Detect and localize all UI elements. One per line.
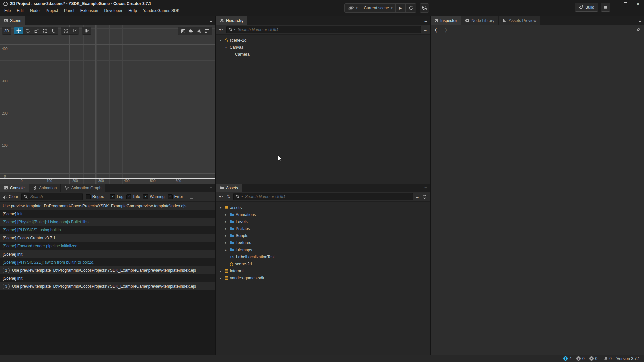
- inspector-back-icon[interactable]: ❬: [434, 27, 438, 32]
- inspector-forward-icon[interactable]: ❭: [444, 27, 448, 32]
- tab-node-library[interactable]: Node Library: [461, 16, 499, 25]
- hierarchy-node-scene-2d[interactable]: ▾scene-2d: [216, 37, 430, 44]
- menu-item-help[interactable]: Help: [125, 8, 140, 14]
- info-checkbox[interactable]: ✓: [126, 194, 131, 199]
- tab-scene[interactable]: Scene: [0, 16, 26, 25]
- tab-inspector[interactable]: Inspector: [431, 16, 461, 25]
- menu-item-node[interactable]: Node: [27, 8, 43, 14]
- minimize-button[interactable]: [610, 1, 615, 7]
- snap-tool[interactable]: [49, 27, 58, 34]
- preview-qr-button[interactable]: [420, 3, 429, 13]
- hierarchy-search-input[interactable]: [237, 27, 419, 32]
- chevron-right-icon[interactable]: ▸: [224, 220, 228, 223]
- console-log-row[interactable]: [Scene] [Physics][Bullet]: Using asmjs B…: [0, 218, 215, 226]
- regex-checkbox[interactable]: [86, 194, 91, 199]
- inspector-panel-menu-icon[interactable]: ≡: [639, 16, 641, 25]
- warning-checkbox[interactable]: ✓: [143, 194, 148, 199]
- filter-log[interactable]: ✓Log: [110, 194, 123, 199]
- asset-item-labellocalizationtest[interactable]: TSLabelLocalizationTest: [216, 253, 430, 260]
- pivot-tool[interactable]: [70, 27, 79, 34]
- menu-item-extension[interactable]: Extension: [77, 8, 101, 14]
- console-log-row[interactable]: [Scene] Cocos Creator v3.7.1: [0, 234, 215, 242]
- open-project-folder-button[interactable]: [601, 3, 610, 12]
- menu-item-yandex-games-sdk[interactable]: Yandex.Games SDK: [140, 8, 183, 14]
- console-log-row[interactable]: [Scene] [PHYSICS]: using builtin.: [0, 226, 215, 234]
- chevron-right-icon[interactable]: ▸: [224, 227, 228, 230]
- console-search-input[interactable]: [30, 194, 80, 199]
- log-path-link[interactable]: D:\Programms\CocosProjects\YSDK_ExampleG…: [53, 284, 196, 289]
- menu-item-panel[interactable]: Panel: [61, 8, 77, 14]
- filter-warning[interactable]: ✓Warning: [143, 194, 164, 199]
- tab-assets[interactable]: Assets: [216, 184, 243, 192]
- filter-error[interactable]: ✓Error: [168, 194, 183, 199]
- menu-item-project[interactable]: Project: [43, 8, 61, 14]
- refresh-assets-icon[interactable]: [422, 194, 427, 200]
- tab-assets-preview[interactable]: Assets Preview: [499, 16, 541, 25]
- chevron-right-icon[interactable]: ▸: [224, 248, 228, 252]
- console-log-row[interactable]: Use preview template D:\Programms\CocosP…: [0, 202, 215, 210]
- asset-item-prefabs[interactable]: ▸Prefabs: [216, 225, 430, 232]
- log-path-link[interactable]: D:\Programms\CocosProjects\YSDK_ExampleG…: [53, 268, 196, 273]
- refresh-preview-button[interactable]: [406, 4, 416, 12]
- menu-item-developer[interactable]: Developer: [101, 8, 125, 14]
- chevron-down-icon[interactable]: ▾: [224, 46, 228, 49]
- gizmo-options[interactable]: [82, 27, 91, 34]
- log-path-link[interactable]: D:\Programms\CocosProjects\YSDK_ExampleG…: [44, 203, 186, 208]
- tab-animation-graph[interactable]: Animation Graph: [61, 184, 106, 192]
- scene-config-icon[interactable]: [205, 29, 209, 33]
- hierarchy-list-options-icon[interactable]: ≡: [423, 26, 427, 33]
- filter-regex[interactable]: Regex: [86, 194, 104, 199]
- menu-item-file[interactable]: File: [1, 8, 14, 14]
- assets-panel-menu-icon[interactable]: ≡: [424, 184, 427, 192]
- console-log-row[interactable]: [Scene] [PHYSICS2D]: switch from builtin…: [0, 258, 215, 266]
- settings-gear-icon[interactable]: [197, 29, 201, 33]
- create-asset-button[interactable]: +▾: [218, 194, 224, 200]
- chevron-right-icon[interactable]: ▸: [224, 241, 228, 244]
- asset-item-internal[interactable]: ▸internal: [216, 267, 430, 274]
- log-checkbox[interactable]: ✓: [110, 194, 115, 199]
- preview-platform-select[interactable]: ▾: [345, 4, 361, 12]
- tab-animation[interactable]: Animation: [29, 184, 61, 192]
- console-panel-menu-icon[interactable]: ≡: [210, 184, 212, 192]
- console-log-row[interactable]: 2Use preview template D:\Programms\Cocos…: [0, 266, 215, 274]
- chevron-right-icon[interactable]: ▸: [224, 234, 228, 237]
- asset-item-textures[interactable]: ▸Textures: [216, 239, 430, 246]
- console-log-row[interactable]: [Scene] Forward render pipeline initiali…: [0, 242, 215, 250]
- chevron-down-icon[interactable]: ▾: [219, 39, 223, 42]
- scene-viewport[interactable]: 4003002001000 0100200300400500600 2D: [0, 25, 215, 184]
- console-log-row[interactable]: 3Use preview template D:\Programms\Cocos…: [0, 282, 215, 290]
- asset-item-tilemaps[interactable]: ▸Tilemaps: [216, 246, 430, 253]
- asset-item-scene-2d[interactable]: scene-2d: [216, 260, 430, 267]
- grid-toggle-icon[interactable]: [181, 29, 185, 33]
- hierarchy-node-canvas[interactable]: ▾Canvas: [216, 44, 430, 51]
- chevron-right-icon[interactable]: ▸: [219, 276, 223, 280]
- hierarchy-panel-menu-icon[interactable]: ≡: [424, 16, 427, 25]
- build-button[interactable]: Build: [575, 3, 598, 12]
- filter-info[interactable]: ✓Info: [126, 194, 140, 199]
- hierarchy-node-camera[interactable]: Camera: [216, 51, 430, 58]
- asset-item-scripts[interactable]: ▸Scripts: [216, 232, 430, 239]
- scale-tool[interactable]: [32, 27, 41, 34]
- move-tool[interactable]: [14, 27, 23, 34]
- status-info-count[interactable]: i 4: [563, 356, 572, 361]
- asset-item-animations[interactable]: ▸Animations: [216, 211, 430, 218]
- status-warning-count[interactable]: ! 0: [576, 356, 585, 361]
- tab-console[interactable]: Console: [0, 184, 29, 192]
- console-log-row[interactable]: [Scene] init: [0, 210, 215, 218]
- assets-search-input[interactable]: [244, 194, 411, 199]
- rect-tool[interactable]: [41, 27, 49, 34]
- mode-2d-button[interactable]: 2D: [2, 27, 11, 34]
- asset-item-levels[interactable]: ▸Levels: [216, 218, 430, 225]
- log-file-icon[interactable]: [190, 195, 193, 199]
- chevron-right-icon[interactable]: ▸: [219, 269, 223, 273]
- asset-item-yandex-games-sdk[interactable]: ▸yandex-games-sdk: [216, 274, 430, 281]
- status-notifications[interactable]: 0: [604, 356, 612, 361]
- maximize-button[interactable]: [623, 1, 628, 7]
- scene-select[interactable]: Current scene▾: [361, 4, 396, 12]
- chevron-down-icon[interactable]: ▾: [219, 206, 223, 209]
- clear-console-button[interactable]: Clear: [3, 194, 18, 199]
- scene-panel-menu-icon[interactable]: ≡: [210, 16, 212, 25]
- asset-item-assets[interactable]: ▾assets: [216, 204, 430, 211]
- gizmo-camera-icon[interactable]: [189, 29, 194, 33]
- tab-hierarchy[interactable]: Hierarchy: [216, 16, 248, 25]
